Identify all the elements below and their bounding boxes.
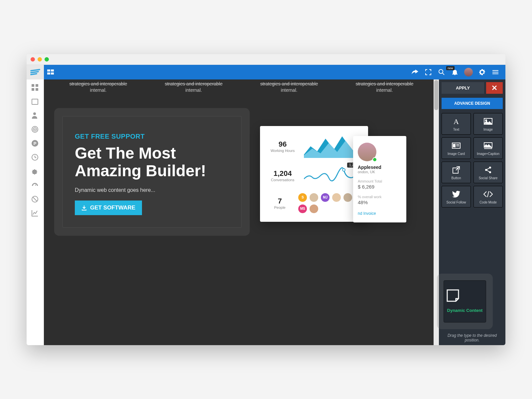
panel-hint: Drag the type to the desired position.: [439, 333, 505, 342]
image-icon: [474, 117, 502, 126]
right-panel: APPLY ADVANCE DESIGN A Text Image: [439, 79, 505, 345]
nav-user-icon[interactable]: [32, 112, 39, 119]
nav-calendar-icon[interactable]: [32, 98, 39, 105]
menu-icon[interactable]: [491, 68, 499, 76]
truncated-text-row: strategies and interoperableinternal. st…: [44, 79, 439, 102]
amount-label: Ammount Total: [358, 179, 402, 183]
svg-text:A: A: [454, 118, 459, 125]
block-button[interactable]: Button: [442, 162, 471, 183]
text-icon: A: [443, 117, 470, 126]
invoice-link[interactable]: nd Invoice: [358, 211, 402, 216]
people-label: People: [267, 205, 293, 209]
svg-rect-5: [32, 99, 38, 104]
overall-value: 48%: [358, 200, 402, 205]
block-social-follow[interactable]: Social Follow: [442, 186, 471, 207]
editor-canvas[interactable]: strategies and interoperableinternal. st…: [44, 79, 439, 345]
notification-badge: new: [446, 66, 455, 70]
close-icon: [492, 85, 497, 90]
topbar: new: [27, 65, 505, 79]
window-zoom-dot[interactable]: [45, 57, 49, 62]
get-software-button[interactable]: GET SOFTWARE: [75, 200, 142, 215]
block-image-caption[interactable]: Image+Caption: [473, 137, 503, 159]
overall-label: % overall work: [358, 195, 402, 199]
hero-subtitle: Dynamic web content goes here...: [75, 187, 229, 193]
mac-titlebar: [27, 54, 505, 65]
conversations-label: Conversations: [267, 178, 299, 182]
image-caption-icon: [474, 141, 502, 150]
svg-point-9: [35, 129, 35, 130]
nav-ban-icon[interactable]: [32, 196, 39, 203]
avatar: MS: [298, 204, 307, 213]
avatar: [310, 204, 318, 213]
avatar: [332, 193, 341, 202]
window-close-dot[interactable]: [31, 57, 35, 62]
block-text[interactable]: A Text: [442, 113, 471, 135]
apply-button[interactable]: APPLY: [442, 82, 484, 94]
search-icon[interactable]: [438, 68, 446, 76]
app-window: new P: [27, 54, 505, 345]
block-label: Social Share: [474, 176, 502, 180]
block-code-mode[interactable]: Code Mode: [473, 186, 503, 207]
avatar: [343, 193, 352, 202]
block-social-share[interactable]: Social Share: [473, 162, 503, 183]
block-label: Image Card: [443, 152, 470, 156]
profile-avatar: [358, 143, 376, 161]
profile-location: ondon, UK: [358, 170, 402, 174]
block-dynamic-content[interactable]: Dynamic Content: [444, 280, 486, 322]
svg-point-17: [485, 120, 487, 121]
user-avatar[interactable]: [464, 68, 473, 76]
block-image-card[interactable]: Image Card: [442, 137, 471, 159]
block-label: Image: [474, 127, 502, 132]
scrollbar-thumb[interactable]: [434, 80, 438, 110]
layout-grid-icon[interactable]: [47, 69, 55, 75]
presence-dot-icon: [372, 157, 377, 162]
brand-logo[interactable]: [27, 65, 44, 79]
avatar: S: [298, 193, 307, 202]
amount-value: $ 6,269: [358, 184, 402, 190]
svg-rect-2: [36, 84, 38, 87]
nav-clock-icon[interactable]: [32, 154, 39, 161]
scrollbar-track[interactable]: [434, 79, 439, 345]
hero-block[interactable]: GET FREE SUPPORT Get The Most Amazing Bu…: [62, 116, 242, 228]
nav-chart-icon[interactable]: [32, 210, 39, 217]
settings-gear-icon[interactable]: [478, 68, 486, 76]
nav-dashboard-icon[interactable]: [32, 84, 39, 91]
left-nav: P: [27, 79, 44, 345]
sticky-note-icon: [446, 289, 484, 303]
nav-puzzle-icon[interactable]: [32, 168, 39, 175]
stats-card: 96 Working Hours 1,204: [260, 126, 368, 222]
svg-rect-19: [453, 144, 455, 147]
nav-parking-icon[interactable]: P: [32, 140, 39, 147]
block-label: Dynamic Content: [446, 307, 484, 314]
block-label: Text: [443, 127, 470, 132]
conversations-value: 1,204: [267, 169, 299, 178]
working-hours-label: Working Hours: [267, 149, 299, 153]
block-image[interactable]: Image: [473, 113, 503, 135]
id-card-icon: [443, 141, 470, 150]
notifications-icon[interactable]: new: [451, 68, 459, 76]
hero-title: Get The Most Amazing Builder!: [75, 144, 229, 180]
block-label: Button: [443, 176, 470, 180]
app-root: new P: [27, 65, 505, 345]
cancel-button[interactable]: [486, 82, 503, 94]
window-minimize-dot[interactable]: [38, 57, 42, 62]
nav-target-icon[interactable]: [32, 126, 39, 133]
share-icon[interactable]: [411, 68, 419, 76]
svg-rect-3: [32, 88, 34, 91]
avatar: MJ: [321, 193, 330, 202]
svg-point-14: [342, 169, 345, 171]
svg-rect-4: [36, 88, 38, 91]
fullscreen-icon[interactable]: [424, 68, 432, 76]
advance-design-button[interactable]: ADVANCE DESIGN: [442, 98, 503, 109]
cta-label: GET SOFTWARE: [90, 204, 135, 211]
working-hours-value: 96: [267, 140, 299, 149]
svg-point-6: [33, 112, 36, 115]
block-label: Image+Caption: [474, 152, 502, 156]
external-link-icon: [443, 165, 470, 175]
code-icon: [474, 190, 502, 199]
nav-gauge-icon[interactable]: [32, 182, 39, 189]
download-icon: [81, 205, 87, 210]
svg-text:P: P: [33, 141, 36, 146]
hero-eyebrow: GET FREE SUPPORT: [75, 133, 229, 140]
twitter-icon: [443, 190, 470, 199]
